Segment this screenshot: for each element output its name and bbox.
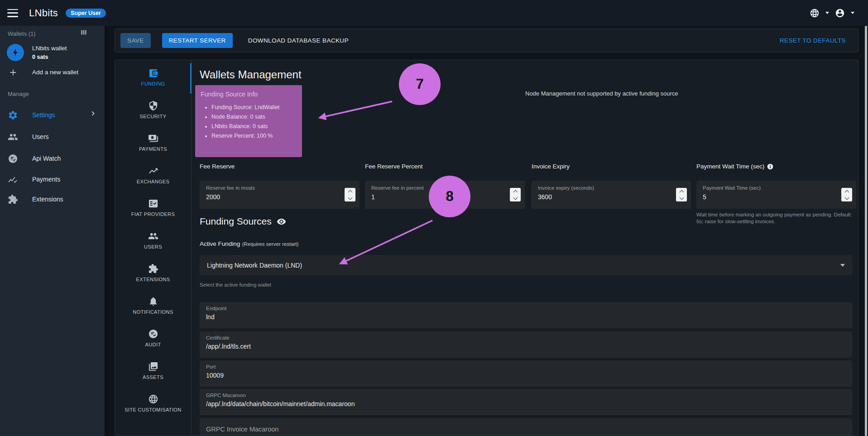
active-funding-note: (Requires server restart) [242, 241, 299, 247]
fee-reserve-label: Fee Reserve [200, 163, 235, 170]
info-box-item: Reserve Percent: 100 % [211, 133, 297, 139]
tab-exchanges[interactable]: EXCHANGES [115, 159, 191, 192]
funding-sources-heading: Funding Sources [200, 216, 286, 227]
info-box-list: Funding Source: LndWallet Node Balance: … [211, 104, 297, 139]
sidebar-item-settings[interactable]: Settings › [0, 105, 105, 125]
tab-security[interactable]: SECURITY [115, 94, 191, 126]
tab-label: FUNDING [139, 81, 167, 87]
tab-extensions[interactable]: EXTENSIONS [115, 257, 191, 289]
input-inner-label: Invoice expiry (seconds) [538, 185, 685, 191]
port-field[interactable]: Port 10009 [200, 360, 852, 387]
tab-label: EXTENSIONS [134, 277, 172, 283]
sidebar-item-users[interactable]: Users [0, 127, 105, 146]
annotation-number: 7 [416, 76, 423, 92]
field-label: Certificate [206, 335, 846, 340]
tab-funding[interactable]: FUNDING [115, 61, 191, 94]
field-value[interactable]: /app/.lnd/data/chain/bitcoin/mainnet/adm… [206, 400, 846, 407]
input-value[interactable]: 3600 [538, 193, 685, 201]
users-icon [8, 132, 18, 142]
sidebar-item-label: Api Watch [32, 155, 61, 162]
fee-reserve-percent-label: Fee Reserve Percent [365, 163, 423, 170]
sidebar-item-api-watch[interactable]: Api Watch [0, 149, 105, 168]
settings-tab-rail: FUNDING SECURITY PAYMENTS EXCHANGES FIAT… [115, 60, 192, 436]
api-watch-icon [8, 153, 18, 164]
sidebar-item-payments[interactable]: Payments [0, 170, 105, 189]
info-box-item: Node Balance: 0 sats [211, 114, 297, 120]
certificate-field[interactable]: Certificate /app/.lnd/tls.cert [200, 331, 852, 358]
tab-label: SITE CUSTOMISATION [123, 407, 183, 413]
node-management-note: Node Management not supported by active … [525, 90, 678, 97]
chevron-right-icon[interactable]: › [91, 108, 95, 118]
wallet-columns-icon[interactable] [80, 29, 87, 36]
payments-card-icon [148, 133, 158, 144]
number-stepper[interactable] [841, 188, 852, 201]
account-dropdown-caret-icon[interactable] [851, 12, 854, 14]
app-header: LNbits Super User [0, 0, 868, 26]
payment-wait-time-input[interactable]: Payment Wait Time (sec) 5 [696, 181, 856, 209]
select-caret-icon [840, 264, 845, 267]
reset-defaults-button[interactable]: RESET TO DEFAULTS [773, 33, 853, 48]
fee-reserve-input[interactable]: Reserve fee in msats 2000 [200, 181, 360, 209]
download-backup-button[interactable]: DOWNLOAD DATABASE BACKUP [241, 33, 355, 48]
puzzle-icon [8, 194, 18, 205]
vertical-scrollbar[interactable] [865, 26, 867, 436]
invoice-expiry-input[interactable]: Invoice expiry (seconds) 3600 [532, 181, 691, 209]
info-icon[interactable] [767, 163, 773, 170]
eye-icon[interactable] [277, 217, 286, 226]
field-value[interactable]: 10009 [206, 372, 846, 379]
card-check-icon [148, 198, 158, 209]
tab-label: NOTIFICATIONS [131, 309, 175, 315]
grpc-macaroon-field[interactable]: GRPC Macaroon /app/.lnd/data/chain/bitco… [200, 389, 852, 415]
tab-payments[interactable]: PAYMENTS [115, 126, 191, 159]
wallet-name[interactable]: LNbits wallet [32, 45, 67, 52]
funding-source-info-box: Funding Source Info Funding Source: LndW… [195, 85, 302, 157]
field-label: GRPC Invoice Macaroon [206, 426, 846, 433]
gear-icon [8, 110, 18, 120]
active-funding-label: Active Funding (Requires server restart) [200, 240, 298, 248]
tab-site-customisation[interactable]: SITE CUSTOMISATION [115, 387, 191, 420]
tab-notifications[interactable]: NOTIFICATIONS [115, 289, 191, 322]
sidebar-item-label: Extensions [32, 196, 63, 203]
funding-source-select[interactable]: Lightning Network Daemon (LND) [200, 255, 852, 275]
info-box-item: Funding Source: LndWallet [211, 104, 297, 110]
tab-assets[interactable]: ASSETS [115, 355, 191, 387]
wallets-section-label: Wallets (1) [8, 30, 36, 37]
field-label: GRPC Macaroon [206, 393, 846, 398]
invoice-expiry-label: Invoice Expiry [532, 163, 570, 170]
input-value[interactable]: 2000 [206, 193, 353, 201]
wallet-avatar[interactable] [7, 44, 24, 61]
app-title: LNbits [29, 7, 58, 19]
sidebar-item-extensions[interactable]: Extensions [0, 190, 105, 209]
save-button[interactable]: SAVE [120, 33, 151, 48]
number-stepper[interactable] [676, 188, 687, 201]
annotation-step-8: 8 [429, 176, 470, 217]
info-box-item: LNbits Balance: 0 sats [211, 123, 297, 129]
photo-library-icon [148, 361, 158, 372]
tab-fiat-providers[interactable]: FIAT PROVIDERS [115, 192, 191, 224]
language-dropdown-caret-icon[interactable] [825, 12, 829, 14]
settings-toolbar: SAVE RESTART SERVER DOWNLOAD DATABASE BA… [115, 29, 858, 53]
account-icon[interactable] [835, 8, 845, 18]
super-user-badge: Super User [66, 9, 106, 18]
payment-wait-time-hint: Wait time before marking an outgoing pay… [696, 211, 856, 225]
active-funding-label-text: Active Funding [200, 240, 240, 247]
annotation-number: 8 [446, 188, 453, 205]
input-value[interactable]: 5 [703, 193, 850, 201]
tab-users[interactable]: USERS [115, 224, 191, 257]
manage-section-label: Manage [8, 91, 29, 97]
menu-icon[interactable] [7, 9, 18, 17]
number-stepper[interactable] [510, 188, 521, 201]
add-wallet-button[interactable]: Add a new wallet [32, 69, 78, 76]
number-stepper[interactable] [345, 188, 355, 201]
grpc-invoice-macaroon-field[interactable]: GRPC Invoice Macaroon [200, 418, 852, 436]
add-icon[interactable] [8, 67, 18, 77]
endpoint-field[interactable]: Endpoint lnd [200, 302, 852, 328]
wallet-icon [148, 68, 158, 78]
tab-audit[interactable]: AUDIT [115, 322, 191, 355]
tab-label: USERS [142, 244, 164, 250]
active-tab-indicator [190, 63, 192, 94]
restart-server-button[interactable]: RESTART SERVER [162, 33, 233, 48]
field-value[interactable]: lnd [206, 313, 846, 321]
field-value[interactable]: /app/.lnd/tls.cert [206, 343, 846, 350]
language-globe-icon[interactable] [810, 8, 820, 18]
